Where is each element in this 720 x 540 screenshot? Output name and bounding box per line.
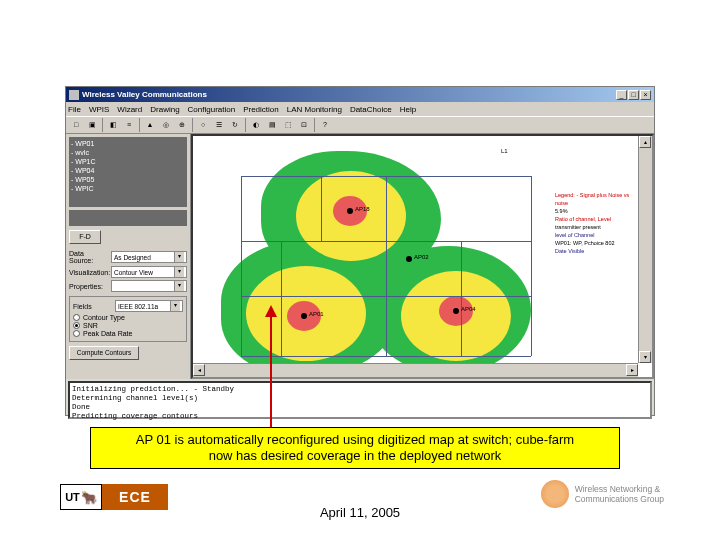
- floorplan-line: [281, 241, 282, 356]
- status-line: Determining channel level(s): [72, 394, 648, 403]
- legend-line: WP01: WP, Pchoice 802: [555, 239, 640, 247]
- callout-text-line1: AP 01 is automatically reconfigured usin…: [136, 432, 574, 447]
- form-group: Data Source: As Designed ▾ Visualization…: [69, 250, 187, 292]
- scroll-up-button[interactable]: ▴: [639, 136, 651, 148]
- toolbar-button-14[interactable]: ⊡: [297, 118, 311, 132]
- horizontal-scrollbar[interactable]: ◂ ▸: [193, 363, 638, 377]
- tree-item[interactable]: - WP05: [71, 175, 185, 184]
- menu-configuration[interactable]: Configuration: [188, 105, 236, 114]
- ap-label: AP18: [355, 206, 370, 212]
- scroll-down-button[interactable]: ▾: [639, 351, 651, 363]
- tree-item[interactable]: - WP01: [71, 139, 185, 148]
- wncg-logo: Wireless Networking & Communications Gro…: [541, 480, 664, 508]
- wncg-text: Wireless Networking & Communications Gro…: [575, 484, 664, 504]
- floorplan-line: [241, 356, 531, 357]
- radio-peak-data-rate[interactable]: [73, 330, 80, 337]
- callout-box: AP 01 is automatically reconfigured usin…: [90, 427, 620, 469]
- menu-prediction[interactable]: Prediction: [243, 105, 279, 114]
- floorplan-line: [321, 176, 322, 241]
- visualization-combo[interactable]: Contour View ▾: [111, 266, 187, 278]
- radio-contour-type[interactable]: [73, 314, 80, 321]
- menu-wizard[interactable]: Wizard: [117, 105, 142, 114]
- toolbar: □ ▣ ◧ ≡ ▲ ◎ ⊕ ○ ☰ ↻ ◐ ▤ ⬚ ⊡ ?: [66, 116, 654, 134]
- ap-label: AP01: [309, 311, 324, 317]
- radio-snr[interactable]: [73, 322, 80, 329]
- properties-label: Properties:: [69, 283, 109, 290]
- tree-item[interactable]: - WPIC: [71, 184, 185, 193]
- radio-label: Contour Type: [83, 314, 125, 321]
- toolbar-button-10[interactable]: ↻: [228, 118, 242, 132]
- toolbar-button-5[interactable]: ▲: [143, 118, 157, 132]
- maximize-button[interactable]: □: [628, 90, 639, 100]
- toolbar-button-1[interactable]: □: [69, 118, 83, 132]
- floorplan-line: [386, 176, 387, 356]
- chevron-down-icon: ▾: [174, 267, 184, 277]
- canvas[interactable]: AP18 AP02 AP01 AP04 L1 Legend: - Signal …: [191, 134, 654, 379]
- toolbar-button-15[interactable]: ?: [318, 118, 332, 132]
- status-line: Initializing prediction... - Standby: [72, 385, 648, 394]
- callout-arrow-head-icon: [265, 305, 277, 317]
- status-console: Initializing prediction... - Standby Det…: [68, 381, 652, 419]
- menu-wpis[interactable]: WPIS: [89, 105, 109, 114]
- minimize-button[interactable]: _: [616, 90, 627, 100]
- ap-tree[interactable]: - WP01 - wvlc - WP1C - WP04 - WP05 - WPI…: [69, 137, 187, 207]
- toolbar-separator: [245, 118, 246, 132]
- window-controls: _ □ ×: [616, 90, 651, 100]
- status-line: Done: [72, 403, 648, 412]
- compute-contours-button[interactable]: Compute Contours: [69, 346, 139, 360]
- tree-item[interactable]: - WP1C: [71, 157, 185, 166]
- legend-line: level of Channel: [555, 231, 640, 239]
- vertical-scrollbar[interactable]: ▴ ▾: [638, 136, 652, 363]
- footer-date: April 11, 2005: [0, 505, 720, 520]
- tree-item[interactable]: - wvlc: [71, 148, 185, 157]
- toolbar-button-6[interactable]: ◎: [159, 118, 173, 132]
- longhorn-icon: 🐂: [81, 490, 97, 505]
- canvas-top-label: L1: [501, 148, 508, 154]
- fields-label: Fields: [73, 303, 113, 310]
- menu-lanmonitoring[interactable]: LAN Monitoring: [287, 105, 342, 114]
- legend-line: Ratio of channel, Level: [555, 215, 640, 223]
- app-body: - WP01 - wvlc - WP1C - WP04 - WP05 - WPI…: [66, 134, 654, 379]
- toolbar-separator: [102, 118, 103, 132]
- toolbar-button-12[interactable]: ▤: [265, 118, 279, 132]
- floorplan-line: [241, 176, 242, 356]
- menu-datachoice[interactable]: DataChoice: [350, 105, 392, 114]
- toolbar-button-7[interactable]: ⊕: [175, 118, 189, 132]
- close-button[interactable]: ×: [640, 90, 651, 100]
- toolbar-button-3[interactable]: ◧: [106, 118, 120, 132]
- ap-marker[interactable]: [301, 313, 307, 319]
- radio-label: SNR: [83, 322, 98, 329]
- floorplan-line: [241, 296, 531, 297]
- toolbar-button-11[interactable]: ◐: [249, 118, 263, 132]
- properties-combo[interactable]: ▾: [111, 280, 187, 292]
- scroll-right-button[interactable]: ▸: [626, 364, 638, 376]
- tree-item[interactable]: - WP04: [71, 166, 185, 175]
- toolbar-button-4[interactable]: ≡: [122, 118, 136, 132]
- datasource-combo[interactable]: As Designed ▾: [111, 251, 187, 263]
- menu-help[interactable]: Help: [400, 105, 416, 114]
- menu-drawing[interactable]: Drawing: [150, 105, 179, 114]
- fields-box: Fields IEEE 802.11a ▾ Contour Type SNR P…: [69, 296, 187, 342]
- scroll-left-button[interactable]: ◂: [193, 364, 205, 376]
- fd-button[interactable]: F-D: [69, 230, 101, 244]
- toolbar-button-2[interactable]: ▣: [85, 118, 99, 132]
- app-icon: [69, 90, 79, 100]
- toolbar-button-9[interactable]: ☰: [212, 118, 226, 132]
- floorplan-line: [461, 241, 462, 356]
- menu-file[interactable]: File: [68, 105, 81, 114]
- fields-value: IEEE 802.11a: [118, 303, 158, 310]
- ut-text: UT: [65, 491, 80, 503]
- ap-marker[interactable]: [406, 256, 412, 262]
- legend-line: 5.9%: [555, 207, 640, 215]
- legend-line: Date Visible: [555, 247, 640, 255]
- toolbar-button-13[interactable]: ⬚: [281, 118, 295, 132]
- floorplan-line: [531, 176, 532, 356]
- chevron-down-icon: ▾: [174, 252, 184, 262]
- ap-marker[interactable]: [347, 208, 353, 214]
- canvas-inner: AP18 AP02 AP01 AP04 L1 Legend: - Signal …: [201, 146, 644, 369]
- ap-marker[interactable]: [453, 308, 459, 314]
- window-title: Wireless Valley Communications: [82, 90, 616, 99]
- toolbar-button-8[interactable]: ○: [196, 118, 210, 132]
- fields-combo[interactable]: IEEE 802.11a ▾: [115, 300, 183, 312]
- datasource-value: As Designed: [114, 254, 151, 261]
